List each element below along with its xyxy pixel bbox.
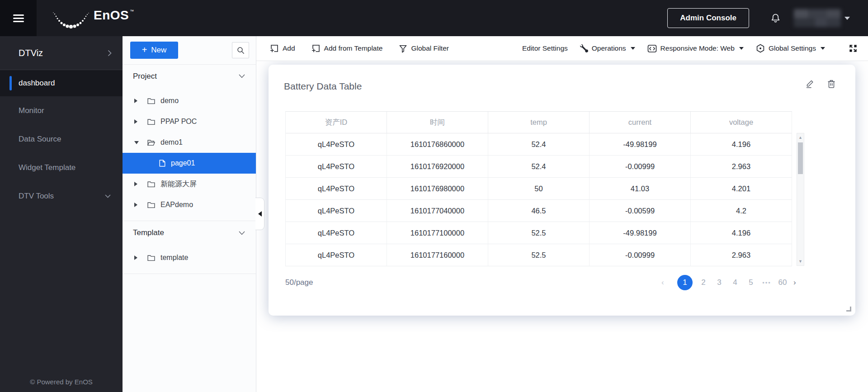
scrollbar-thumb[interactable] bbox=[798, 142, 803, 174]
add-button[interactable]: Add bbox=[270, 44, 295, 53]
explorer-actions: + New bbox=[123, 36, 256, 64]
column-header-voltage[interactable]: voltage bbox=[691, 112, 792, 133]
sidebar-item-label: Data Source bbox=[19, 135, 61, 144]
sidebar-item-dashboard[interactable]: dashboard bbox=[0, 70, 123, 96]
tree-item-label: EAPdemo bbox=[160, 201, 193, 209]
notification-bell-icon[interactable] bbox=[770, 13, 781, 24]
folder-icon bbox=[147, 255, 155, 261]
expander-collapsed-icon[interactable] bbox=[134, 119, 139, 124]
sidebar-nav: dashboard Monitor Data Source Widget Tem… bbox=[0, 70, 123, 210]
page-button-5[interactable]: 5 bbox=[746, 278, 756, 287]
next-page-button[interactable]: › bbox=[793, 278, 803, 287]
hamburger-menu-button[interactable] bbox=[0, 0, 37, 36]
cell-voltage: 4.196 bbox=[691, 222, 792, 244]
expander-expanded-icon[interactable] bbox=[134, 141, 139, 144]
sidebar-item-widget-template[interactable]: Widget Template bbox=[0, 153, 123, 182]
folder-icon bbox=[147, 181, 155, 188]
table-row[interactable]: qL4PeSTO 1610176920000 52.4 -0.00999 2.9… bbox=[286, 156, 792, 178]
topbar: EnOS ™ Admin Console bbox=[0, 0, 868, 36]
user-menu-caret-icon bbox=[844, 17, 850, 20]
trash-icon bbox=[827, 79, 836, 89]
tree-item-xinnengyuan[interactable]: 新能源大屏 bbox=[123, 174, 256, 194]
tree-item-demo1[interactable]: demo1 bbox=[123, 132, 256, 153]
tree-item-eapdemo[interactable]: EAPdemo bbox=[123, 194, 256, 215]
cell-temp: 52.5 bbox=[488, 222, 590, 244]
table-row[interactable]: qL4PeSTO 1610177040000 46.5 -0.00599 4.2 bbox=[286, 200, 792, 222]
fullscreen-expand-icon[interactable] bbox=[848, 43, 858, 53]
page-button-3[interactable]: 3 bbox=[714, 278, 724, 287]
cell-current: 41.03 bbox=[590, 178, 691, 199]
sidebar-item-monitor[interactable]: Monitor bbox=[0, 96, 123, 125]
column-header-temp[interactable]: temp bbox=[488, 112, 590, 133]
tree-item-template[interactable]: template bbox=[123, 247, 256, 268]
tree-item-label: PPAP POC bbox=[160, 118, 197, 126]
table-row[interactable]: qL4PeSTO 1610177160000 52.5 -0.00999 2.9… bbox=[286, 244, 792, 266]
expander-collapsed-icon[interactable] bbox=[134, 99, 139, 103]
table-row[interactable]: qL4PeSTO 1610176860000 52.4 -49.98199 4.… bbox=[286, 133, 792, 156]
sidebar-item-dtv-tools[interactable]: DTV Tools bbox=[0, 182, 123, 210]
page-button-4[interactable]: 4 bbox=[730, 278, 740, 287]
cell-current: -0.00999 bbox=[590, 156, 691, 177]
global-settings-dropdown[interactable]: Global Settings bbox=[756, 44, 825, 53]
table-scrollbar[interactable]: ▲ ▼ bbox=[797, 133, 804, 266]
tree-item-label: demo bbox=[160, 97, 179, 105]
delete-widget-button[interactable] bbox=[827, 79, 836, 89]
new-button[interactable]: + New bbox=[130, 42, 178, 59]
add-widget-icon bbox=[311, 44, 321, 53]
template-tree: template bbox=[123, 245, 256, 274]
editor-settings-label: Editor Settings bbox=[522, 44, 568, 52]
panel-collapse-handle[interactable] bbox=[255, 198, 264, 230]
section-header-project[interactable]: Project bbox=[123, 64, 256, 88]
add-from-template-button[interactable]: Add from Template bbox=[311, 44, 383, 53]
tree-item-demo[interactable]: demo bbox=[123, 90, 256, 111]
prev-page-button[interactable]: ‹ bbox=[661, 278, 671, 287]
column-header-asset-id[interactable]: 资产ID bbox=[286, 112, 387, 133]
pages-ellipsis[interactable]: ••• bbox=[762, 279, 772, 286]
operations-dropdown[interactable]: Operations bbox=[580, 44, 635, 52]
sidebar-item-label: Monitor bbox=[19, 106, 44, 115]
table-row[interactable]: qL4PeSTO 1610177100000 52.5 -49.98199 4.… bbox=[286, 222, 792, 244]
cell-voltage: 2.963 bbox=[691, 156, 792, 177]
sidebar-item-label: dashboard bbox=[19, 79, 55, 88]
scroll-up-icon[interactable]: ▲ bbox=[797, 134, 804, 141]
page-button-60[interactable]: 60 bbox=[778, 278, 788, 287]
filter-funnel-icon bbox=[399, 44, 407, 53]
user-menu[interactable] bbox=[794, 9, 850, 27]
hamburger-icon bbox=[13, 13, 24, 24]
operations-label: Operations bbox=[592, 44, 626, 52]
edit-widget-button[interactable] bbox=[805, 79, 815, 89]
chevron-down-icon bbox=[239, 231, 245, 235]
sidebar-app-header[interactable]: DTViz bbox=[0, 36, 123, 70]
global-filter-button[interactable]: Global Filter bbox=[399, 44, 449, 53]
column-header-time[interactable]: 时间 bbox=[387, 112, 488, 133]
user-name-redacted bbox=[794, 9, 841, 27]
responsive-mode-dropdown[interactable]: Responsive Mode: Web bbox=[647, 44, 744, 53]
expander-collapsed-icon[interactable] bbox=[134, 255, 139, 260]
widget-resize-handle[interactable] bbox=[846, 307, 851, 312]
cell-time: 1610176980000 bbox=[387, 178, 488, 199]
page-button-2[interactable]: 2 bbox=[698, 278, 708, 287]
section-header-template[interactable]: Template bbox=[123, 221, 256, 245]
responsive-mode-icon bbox=[647, 44, 657, 53]
expander-collapsed-icon[interactable] bbox=[134, 203, 139, 207]
add-widget-icon bbox=[270, 44, 279, 53]
caret-down-icon bbox=[821, 47, 825, 50]
project-explorer: + New Project demo PPAP POC bbox=[123, 36, 256, 392]
cell-asset-id: qL4PeSTO bbox=[286, 200, 387, 222]
pagination-bar: 50/page ‹ 1 2 3 4 5 ••• 60 › bbox=[285, 274, 803, 291]
page-button-1-current[interactable]: 1 bbox=[677, 275, 693, 290]
scroll-down-icon[interactable]: ▼ bbox=[797, 258, 804, 264]
tree-item-ppap-poc[interactable]: PPAP POC bbox=[123, 111, 256, 132]
search-button[interactable] bbox=[232, 42, 249, 58]
sidebar-item-label: DTV Tools bbox=[19, 192, 54, 201]
table-row[interactable]: qL4PeSTO 1610176980000 50 41.03 4.201 bbox=[286, 178, 792, 200]
sidebar-item-data-source[interactable]: Data Source bbox=[0, 125, 123, 153]
battery-data-table-widget[interactable]: Battery Data Table 资产ID 时间 temp current … bbox=[269, 65, 855, 316]
expander-collapsed-icon[interactable] bbox=[134, 182, 139, 186]
editor-settings-button[interactable]: Editor Settings bbox=[522, 44, 568, 52]
column-header-current[interactable]: current bbox=[590, 112, 691, 133]
caret-down-icon bbox=[631, 47, 635, 50]
admin-console-button[interactable]: Admin Console bbox=[667, 8, 749, 28]
tree-item-page01-selected[interactable]: page01 bbox=[123, 153, 256, 174]
chevron-down-icon bbox=[239, 74, 245, 78]
